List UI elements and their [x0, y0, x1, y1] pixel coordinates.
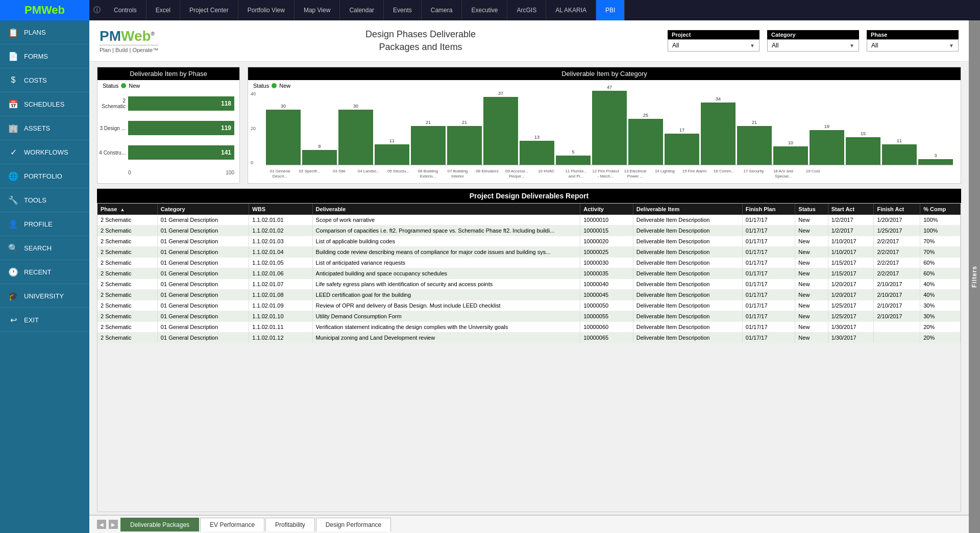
category-status-value: New [279, 83, 290, 89]
cat-bars-container: 30 8 30 11 [266, 91, 953, 165]
table-cell: 10000055 [580, 311, 633, 322]
col-header-deliverable[interactable]: Deliverable [312, 204, 580, 215]
tools-icon: 🔧 [8, 194, 19, 206]
filter-category-label: Category [767, 30, 859, 39]
sidebar-item-forms[interactable]: 📄 FORMS [0, 44, 89, 68]
table-row: 2 Schematic01 General Description1.1.02.… [97, 311, 961, 322]
tab-prev-arrow[interactable]: ◀ [97, 520, 106, 529]
table-cell: 1.1.02.01.05 [249, 258, 312, 268]
filter-project-label: Project [668, 30, 760, 39]
col-header-comp[interactable]: % Comp [920, 204, 961, 215]
recent-icon: 🕐 [8, 266, 19, 277]
table-row: 2 Schematic01 General Description1.1.02.… [97, 322, 961, 333]
table-cell: Deliverable Item Descripotion [633, 215, 742, 225]
logo-pm: PM [24, 4, 41, 16]
cat-label-13: 13 Electrical Power ... [621, 169, 649, 179]
tab-deliverable-packages[interactable]: Deliverable Packages [120, 518, 199, 531]
sidebar-label-schedules: SCHEDULES [24, 100, 64, 108]
table-cell: New [795, 311, 828, 322]
col-header-activity[interactable]: Activity [580, 204, 633, 215]
table-cell: 1/15/2017 [828, 268, 874, 279]
table-cell: Anticipated building and space occupancy… [312, 268, 580, 279]
nav-map-view[interactable]: Map View [295, 0, 340, 20]
phase-chart-status: Status New [97, 80, 239, 91]
col-header-deliverable-item[interactable]: Deliverable Item [633, 204, 742, 215]
nav-arcgis[interactable]: ArcGIS [507, 0, 546, 20]
nav-executive[interactable]: Executive [462, 0, 507, 20]
category-chart: Deliverable Item by Category Status New … [248, 67, 961, 184]
sidebar-label-exit: EXIT [24, 316, 39, 324]
col-header-wbs[interactable]: WBS [249, 204, 312, 215]
tab-next-arrow[interactable]: ▶ [109, 520, 118, 529]
info-icon[interactable]: ⓘ [89, 0, 105, 20]
filters-panel[interactable]: Filters [969, 20, 980, 533]
sidebar-item-profile[interactable]: 👤 PROFILE [0, 212, 89, 236]
nav-project-center[interactable]: Project Center [180, 0, 238, 20]
filter-project-select[interactable]: All ▼ [668, 39, 760, 52]
sidebar-item-schedules[interactable]: 📅 SCHEDULES [0, 92, 89, 116]
phase-bar-value-3: 141 [221, 149, 231, 156]
filter-phase-select[interactable]: All ▼ [867, 39, 959, 52]
table-cell: 10000065 [580, 333, 633, 343]
table-cell: 01 General Description [157, 311, 249, 322]
filter-category: Category All ▼ [767, 30, 859, 52]
col-header-finish-act[interactable]: Finish Act [874, 204, 920, 215]
table-cell: 1.1.02.01.12 [249, 333, 312, 343]
table-cell: 70% [920, 236, 961, 247]
table-cell: New [795, 268, 828, 279]
sidebar-item-university[interactable]: 🎓 UNIVERSITY [0, 284, 89, 308]
filter-category-select[interactable]: All ▼ [767, 39, 859, 52]
table-row: 2 Schematic01 General Description1.1.02.… [97, 290, 961, 300]
table-row: 2 Schematic01 General Description1.1.02.… [97, 215, 961, 225]
sidebar-item-portfolio[interactable]: 🌐 PORTFOLIO [0, 164, 89, 188]
top-navigation: PMWeb ⓘ Controls Excel Project Center Po… [0, 0, 980, 20]
sidebar-item-assets[interactable]: 🏢 ASSETS [0, 116, 89, 140]
table-cell: 2/2/2017 [874, 268, 920, 279]
cat-bar-01: 30 [266, 104, 301, 165]
cat-bar-12: 17 [665, 128, 699, 165]
nav-controls[interactable]: Controls [105, 0, 146, 20]
col-header-phase[interactable]: Phase ▲ [97, 204, 157, 215]
table-cell: 1.1.02.01.04 [249, 247, 312, 258]
table-cell: 2/2/2017 [874, 236, 920, 247]
table-cell: 2 Schematic [97, 300, 157, 311]
category-status-dot [272, 83, 277, 88]
nav-excel[interactable]: Excel [146, 0, 180, 20]
portfolio-icon: 🌐 [8, 170, 19, 182]
col-header-finish-plan[interactable]: Finish Plan [742, 204, 795, 215]
filter-phase-arrow: ▼ [949, 43, 954, 48]
sidebar-item-recent[interactable]: 🕐 RECENT [0, 260, 89, 284]
sidebar-item-tools[interactable]: 🔧 TOOLS [0, 188, 89, 212]
nav-calendar[interactable]: Calendar [340, 0, 384, 20]
nav-al-akaria[interactable]: AL AKARIA [546, 0, 596, 20]
tab-profitability[interactable]: Profitability [265, 518, 315, 531]
table-cell: 1.1.02.01.09 [249, 300, 312, 311]
nav-items: Controls Excel Project Center Portfolio … [105, 0, 980, 20]
sidebar-item-costs[interactable]: $ COSTS [0, 68, 89, 92]
cat-bar-13: 34 [701, 96, 736, 165]
table-cell: 2/10/2017 [874, 311, 920, 322]
cat-label-09: 09 Accessi... Requir... [503, 169, 531, 179]
table-cell: 1.1.02.01.07 [249, 279, 312, 290]
tab-design-performance[interactable]: Design Performance [316, 518, 391, 531]
content-header: PMWeb® Plan | Build | Operate™ Design Ph… [89, 20, 969, 62]
sidebar-item-workflows[interactable]: ✓ WORKFLOWS [0, 140, 89, 164]
cat-bar-10: 47 [592, 85, 627, 165]
table-wrapper[interactable]: Phase ▲ Category WBS Deliverable Activit… [97, 203, 961, 512]
sidebar-item-exit[interactable]: ↩ EXIT [0, 308, 89, 332]
sidebar-item-plans[interactable]: 📋 PLANS [0, 20, 89, 44]
sidebar-item-search[interactable]: 🔍 SEARCH [0, 236, 89, 260]
nav-portfolio-view[interactable]: Portfolio View [238, 0, 295, 20]
nav-camera[interactable]: Camera [422, 0, 462, 20]
logo-text: PMWeb [24, 4, 65, 17]
cat-y-20: 20 [251, 126, 256, 131]
phase-status-label: Status [103, 83, 118, 89]
nav-events[interactable]: Events [384, 0, 422, 20]
col-header-category[interactable]: Category [157, 204, 249, 215]
table-cell [874, 322, 920, 333]
col-header-status[interactable]: Status [795, 204, 828, 215]
nav-pbi[interactable]: PBI [596, 0, 625, 20]
col-header-start-act[interactable]: Start Act [828, 204, 874, 215]
table-cell: Deliverable Item Descripotion [633, 258, 742, 268]
tab-ev-performance[interactable]: EV Performance [200, 518, 264, 531]
